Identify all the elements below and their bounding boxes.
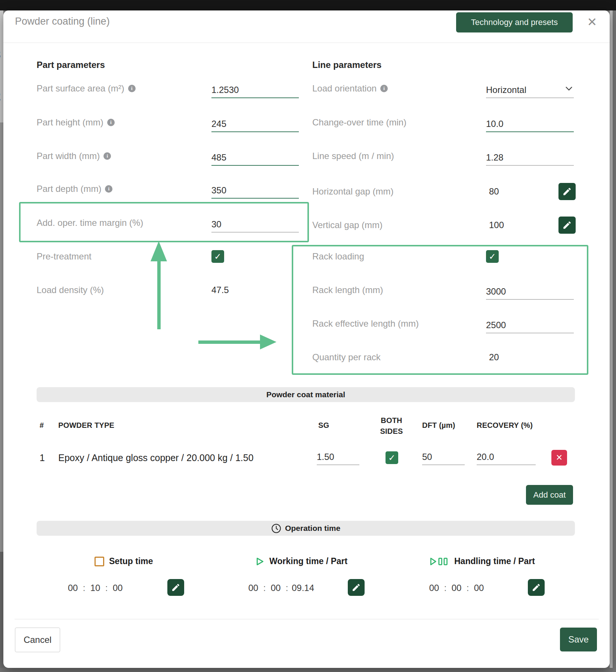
both-sides-checkbox[interactable] [386, 451, 398, 464]
rack-loading-checkbox[interactable] [486, 250, 499, 263]
footer-divider [15, 619, 599, 619]
setup-hours[interactable]: 00 [66, 583, 79, 593]
changeover-time-input[interactable]: 10.0 [486, 113, 574, 132]
load-density-value: 47.5 [211, 285, 229, 295]
powder-coat-material-title: Powder coat material [266, 390, 345, 399]
col-header-dft: DFT (µm) [422, 421, 455, 430]
powder-coat-material-bar: Powder coat material [37, 387, 575, 402]
info-icon[interactable]: i [128, 85, 136, 92]
backdrop-text-fragment: 2 [0, 90, 1, 103]
add-coat-button[interactable]: Add coat [526, 485, 573, 505]
operation-time-bar: Operation time [37, 521, 575, 536]
technology-presets-button[interactable]: Technology and presets [456, 12, 573, 32]
pencil-icon [171, 583, 180, 592]
field-row-part-width: Part width (mm)i 485 [37, 145, 313, 167]
col-header-powder-type: POWDER TYPE [58, 421, 114, 430]
powder-coating-dialog [3, 10, 610, 668]
col-header-recovery: RECOVERY (%) [477, 421, 533, 430]
info-icon[interactable]: i [105, 185, 112, 193]
vertical-gap-value: 100 [489, 220, 504, 230]
working-time-label: Working time / Part [269, 556, 347, 566]
pretreatment-checkbox[interactable] [211, 250, 224, 263]
load-orientation-select[interactable]: Horizontal [486, 80, 574, 98]
dialog-title: Powder coating (line) [15, 16, 110, 27]
part-depth-input[interactable]: 350 [211, 180, 299, 199]
field-row-load-density: Load density (%) 47.5 [37, 279, 313, 301]
edit-horizontal-gap-button[interactable] [558, 183, 576, 200]
edit-vertical-gap-button[interactable] [558, 217, 576, 234]
part-height-input[interactable]: 245 [211, 113, 299, 132]
dft-input[interactable]: 50 [422, 447, 465, 465]
oper-time-margin-label: Add. oper. time margin (%) [37, 218, 143, 228]
setup-square-icon [95, 557, 104, 566]
rack-length-label: Rack length (mm) [312, 285, 383, 295]
backdrop-top-bar [0, 0, 616, 10]
handling-hours[interactable]: 00 [428, 583, 440, 593]
delete-coat-button[interactable]: ✕ [551, 450, 567, 466]
save-label: Save [568, 634, 589, 645]
oper-time-margin-input[interactable]: 30 [211, 214, 299, 233]
setup-time-group-label: Setup time [95, 556, 153, 566]
add-coat-label: Add coat [533, 490, 566, 500]
technology-presets-label: Technology and presets [471, 18, 558, 27]
handling-seconds[interactable]: 00 [473, 583, 485, 593]
edit-working-time-button[interactable] [348, 579, 365, 596]
annotation-arrow-up-shaft [157, 261, 161, 329]
field-row-rack-length: Rack length (mm) 3000 [312, 279, 600, 301]
col-header-both-sides: BOTH SIDES [371, 415, 412, 437]
material-row-type: Epoxy / Antique gloss copper / 20.000 kg… [58, 452, 254, 463]
close-icon[interactable]: ✕ [584, 13, 601, 31]
working-seconds[interactable]: 09.14 [292, 583, 314, 593]
setup-seconds[interactable]: 00 [111, 583, 124, 593]
vertical-gap-label: Vertical gap (mm) [312, 220, 383, 230]
operation-time-title: Operation time [285, 524, 340, 533]
rack-effective-length-label: Rack effective length (mm) [312, 318, 419, 329]
field-row-oper-time-margin: Add. oper. time margin (%) 30 [37, 212, 313, 234]
play-pause-icon [429, 557, 449, 566]
save-button[interactable]: Save [560, 628, 597, 651]
screen: 3 2 Powder coating (line) Technology and… [0, 0, 616, 672]
field-row-quantity-per-rack: Quantity per rack 20 [312, 346, 600, 368]
annotation-arrow-right-head [260, 335, 276, 349]
backdrop-left-strip: 3 2 [0, 10, 3, 668]
info-icon[interactable]: i [103, 152, 111, 160]
part-surface-area-label: Part surface area (m²) [37, 83, 124, 94]
chevron-down-icon [566, 83, 572, 93]
info-icon[interactable]: i [380, 85, 388, 92]
line-speed-label: Line speed (m / min) [312, 151, 394, 161]
sg-input[interactable]: 1.50 [317, 447, 359, 465]
handling-time-value: 00 : 00 : 00 [428, 579, 485, 597]
changeover-time-label: Change-over time (min) [312, 117, 406, 128]
handling-minutes[interactable]: 00 [450, 583, 463, 593]
pencil-icon [532, 583, 541, 592]
play-icon [255, 557, 264, 566]
field-row-rack-loading: Rack loading [312, 245, 600, 268]
part-width-input[interactable]: 485 [211, 147, 299, 166]
rack-effective-length-input[interactable]: 2500 [486, 315, 574, 333]
material-row-num: 1 [40, 452, 45, 463]
setup-minutes[interactable]: 10 [89, 583, 102, 593]
working-hours[interactable]: 00 [247, 583, 260, 593]
info-icon[interactable]: i [107, 119, 115, 126]
part-depth-label: Part depth (mm) [37, 184, 101, 194]
clock-icon [271, 523, 281, 533]
field-row-vertical-gap: Vertical gap (mm) 100 [312, 214, 600, 236]
rack-length-input[interactable]: 3000 [486, 281, 574, 300]
working-time-group-label: Working time / Part [255, 556, 347, 566]
horizontal-gap-value: 80 [489, 186, 499, 197]
load-density-label: Load density (%) [37, 285, 104, 295]
working-time-value: 00 : 00 : 09.14 [247, 579, 314, 597]
edit-handling-time-button[interactable] [528, 579, 545, 596]
recovery-input[interactable]: 20.0 [477, 447, 536, 465]
edit-setup-time-button[interactable] [167, 579, 184, 596]
part-surface-area-input[interactable]: 1.2530 [211, 80, 299, 98]
field-row-pretreatment: Pre-treatment [37, 245, 313, 268]
working-minutes[interactable]: 00 [269, 583, 282, 593]
pretreatment-label: Pre-treatment [37, 251, 92, 262]
quantity-per-rack-label: Quantity per rack [312, 352, 381, 363]
line-speed-input[interactable]: 1.28 [486, 147, 574, 166]
backdrop-right-strip [610, 10, 613, 668]
part-height-label: Part height (mm) [37, 117, 103, 128]
cancel-button[interactable]: Cancel [15, 628, 60, 652]
field-row-horizontal-gap: Horizontal gap (mm) 80 [312, 180, 600, 203]
